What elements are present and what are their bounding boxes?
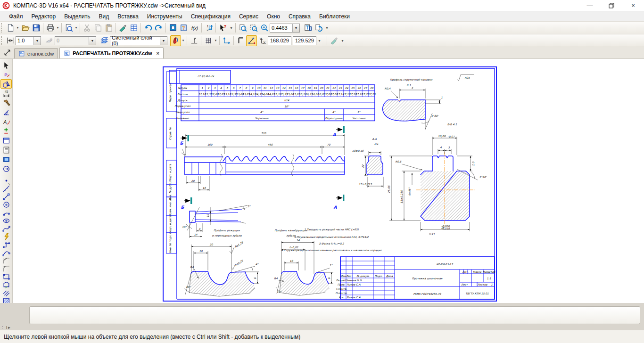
menu-select[interactable]: Выделить — [60, 12, 94, 21]
zoom-in-button[interactable] — [259, 23, 270, 33]
contour-tool-button[interactable] — [0, 281, 12, 289]
grid-button[interactable] — [203, 35, 214, 46]
editing-panel-button[interactable] — [0, 98, 12, 107]
main-broach-view[interactable]: 720 160 460 70 20 16 Б А — [180, 126, 345, 210]
tab-close-icon[interactable]: × — [157, 50, 159, 56]
print-button[interactable] — [45, 23, 56, 33]
minimize-button[interactable]: — — [579, 0, 601, 11]
local-csys-button[interactable] — [221, 35, 232, 46]
shank-view[interactable]: 10° 5° 10 3 14 — [182, 205, 251, 238]
coordinate-x-input[interactable]: 129.529 — [293, 36, 316, 45]
layer-number-combo[interactable]: 0 ▼ — [55, 36, 96, 45]
ortho-mode-button[interactable] — [235, 35, 246, 46]
dimensions-panel-button[interactable] — [0, 89, 12, 98]
toolbar-grip[interactable] — [1, 23, 3, 33]
current-scale-combo[interactable]: 1.0 ▼ — [16, 36, 41, 45]
menu-file[interactable]: Файл — [5, 12, 27, 21]
specification-panel-button[interactable] — [0, 145, 12, 155]
auxiliary-line-tool-button[interactable] — [0, 185, 12, 193]
drawing-canvas[interactable]: #sheet text{font-family:"DejaVu Sans",sa… — [13, 59, 644, 303]
menu-tools[interactable]: Инструменты — [143, 12, 187, 21]
selection-panel-button[interactable] — [0, 126, 12, 136]
menu-help[interactable]: Справка — [284, 12, 315, 21]
add-layer-button[interactable] — [44, 35, 55, 46]
pan-documents-icon[interactable] — [0, 47, 14, 58]
menu-libraries[interactable]: Библиотеки — [315, 12, 354, 21]
fx-variables-button[interactable] — [189, 23, 200, 33]
fillet-tool-button[interactable] — [0, 265, 12, 273]
menu-specification[interactable]: Спецификация — [187, 12, 235, 21]
print-dropdown[interactable]: ▾ — [56, 26, 60, 30]
current-scale-dropdown[interactable]: ▼ — [33, 37, 41, 45]
menu-window[interactable]: Окно — [263, 12, 284, 21]
preview-disabled-button[interactable] — [329, 35, 339, 46]
toolbar-grip[interactable] — [1, 36, 3, 45]
title-block[interactable]: КР-РИ-03-17 Протяжка шпоночная Р6М5 ГОСТ… — [335, 257, 495, 299]
polyline-tool-button[interactable] — [0, 241, 12, 249]
close-button[interactable]: × — [622, 0, 644, 11]
snap-settings-button[interactable] — [170, 35, 181, 46]
print-preview-dropdown[interactable]: ▾ — [74, 26, 78, 30]
variables-button[interactable] — [178, 23, 189, 33]
fit-document-button[interactable] — [302, 23, 313, 33]
context-help-button[interactable] — [217, 23, 228, 33]
pointer-tool-button[interactable] — [0, 60, 12, 70]
layer-number-dropdown[interactable]: ▼ — [89, 37, 96, 45]
parameterization-panel-button[interactable] — [0, 70, 12, 79]
measurements-panel-button[interactable] — [0, 117, 12, 126]
rectangle-tool-button[interactable] — [0, 273, 12, 281]
copy-properties-button[interactable] — [117, 23, 128, 33]
reports-panel-button[interactable] — [0, 155, 12, 164]
snap-settings-dropdown[interactable]: ▾ — [181, 39, 185, 42]
calibrating-teeth-profile[interactable]: Профиль калибрующих зубьев 14 f₁-0,02 10… — [274, 229, 333, 295]
perpendicular-snap-button[interactable] — [189, 35, 199, 46]
hatch-lines-tool-button[interactable] — [0, 289, 12, 297]
bezier-tool-button[interactable] — [0, 249, 12, 257]
menu-editor[interactable]: Редактор — [27, 12, 60, 21]
drawing-sheet[interactable]: #sheet text{font-family:"DejaVu Sans",sa… — [163, 66, 497, 302]
toolbar-overflow[interactable]: ▾ — [228, 26, 234, 30]
circle-tool-button[interactable] — [0, 201, 12, 209]
ellipse-tool-button[interactable] — [0, 217, 12, 225]
chamfer-tool-button[interactable] — [0, 257, 12, 265]
tab-raspechatat-protyazhku[interactable]: РАСПЕЧАТАТЬ ПРОТЯЖКУ.cdw × — [59, 47, 164, 58]
angle-snap-button[interactable] — [246, 35, 257, 46]
zoom-scale-dropdown[interactable]: ▼ — [292, 24, 299, 32]
layer-name-combo[interactable]: Системный слой (0) ▼ — [110, 36, 167, 45]
chip-groove-profile[interactable]: Профиль стружечной канавки 8:1 1°30' 3 R… — [383, 78, 457, 130]
menu-insert[interactable]: Вставка — [113, 12, 143, 21]
zoom-selected-button[interactable] — [237, 23, 248, 33]
undo-button[interactable] — [142, 23, 153, 33]
exchange-button[interactable] — [203, 23, 214, 33]
spline-tool-button[interactable] — [0, 225, 12, 233]
coordinate-y-input[interactable]: 168.029 — [268, 36, 291, 45]
menu-service[interactable]: Сервис — [235, 12, 263, 21]
section-a-a[interactable]: А-А 1:1 10±0,18 22 15±0,215 — [352, 138, 383, 188]
geometry-panel-button[interactable] — [0, 79, 12, 89]
cutting-teeth-profile[interactable]: Профиль режущих и переходных зубьев 20 1… — [184, 229, 259, 296]
views-panel-button[interactable] — [0, 136, 12, 145]
toolbar-overflow[interactable]: ▾ — [316, 39, 322, 43]
property-panel[interactable] — [29, 306, 640, 324]
section-b-b[interactable]: 10,08 -0,07 4 3 1,0 1°30' R0,5 25,66 — [388, 135, 487, 235]
tab-stanok[interactable]: станок.cdw — [14, 48, 58, 58]
document-manager-button[interactable] — [167, 23, 178, 33]
cut-button[interactable] — [82, 23, 92, 33]
restore-button[interactable] — [601, 0, 622, 11]
continuous-input-tool-button[interactable] — [0, 233, 12, 241]
new-document-dropdown[interactable]: ▾ — [16, 26, 20, 30]
redo-button[interactable] — [153, 23, 164, 33]
layers-button[interactable] — [99, 35, 110, 46]
print-preview-button[interactable] — [63, 23, 74, 33]
insert-panel-button[interactable] — [0, 164, 12, 173]
paste-button[interactable] — [103, 23, 114, 33]
tooth-table[interactable]: 112,10212,35312,60412,85513,10613,35713,… — [174, 85, 376, 121]
segment-tool-button[interactable] — [0, 193, 12, 201]
save-button[interactable] — [31, 23, 41, 33]
grid-dropdown[interactable]: ▾ — [214, 39, 218, 42]
refresh-view-button[interactable] — [313, 23, 324, 33]
copy-button[interactable] — [92, 23, 103, 33]
open-button[interactable] — [20, 23, 31, 33]
layer-name-dropdown[interactable]: ▼ — [160, 37, 167, 45]
zoom-area-button[interactable] — [248, 23, 259, 33]
